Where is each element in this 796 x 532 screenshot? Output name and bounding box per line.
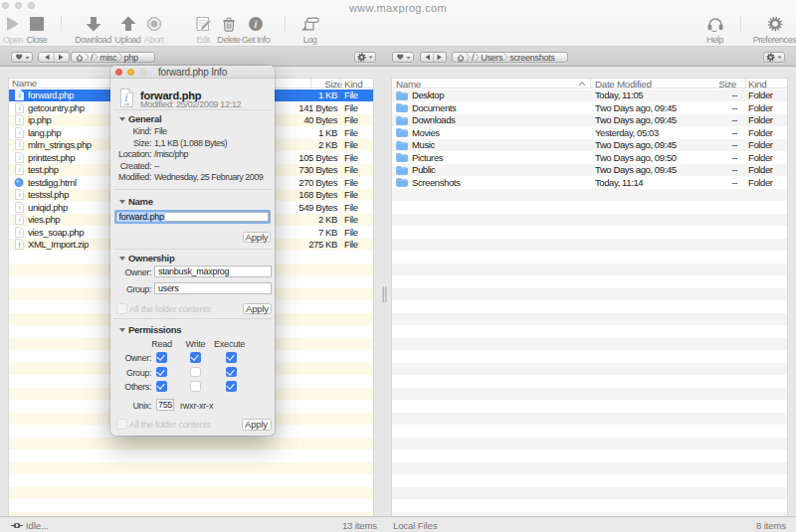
svg-text:i: i [124, 90, 127, 104]
svg-text:!: ! [18, 241, 20, 250]
svg-text:i: i [255, 19, 258, 30]
